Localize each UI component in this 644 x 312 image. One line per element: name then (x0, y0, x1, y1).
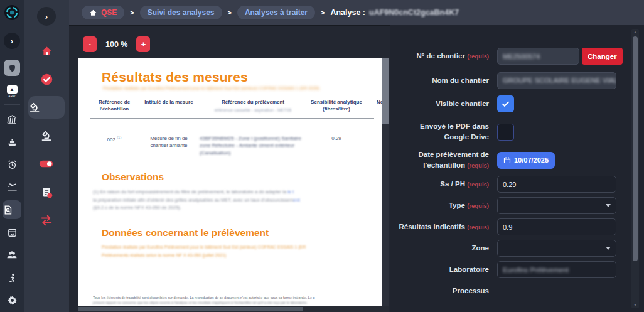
sidebar-item-shipments[interactable] (3, 132, 21, 151)
table-divider (90, 118, 374, 119)
scroll-up-icon[interactable]: ▲ (633, 29, 637, 35)
scroll-down-icon[interactable]: ▼ (633, 302, 637, 308)
breadcrumb-label: Analyses à traiter (245, 8, 308, 17)
doc-table-header: Référence de l'échantillon Intitulé de l… (90, 99, 382, 113)
app-label: APP (8, 94, 16, 98)
cell-intitule: Mesure de fin de chantier amiante (142, 135, 196, 156)
field-label: Nom du chantier (395, 75, 489, 86)
pdf-page: Résultats des mesures Prestation réalisé… (78, 58, 382, 306)
breadcrumb-item-qse[interactable]: QSE (82, 6, 124, 19)
laboratoire-input[interactable]: Eurofins Prélèvement (497, 261, 616, 278)
check-circle-icon (40, 73, 53, 86)
visible-chantier-checkbox[interactable] (497, 95, 514, 112)
cell-sensibilite: 0.29 (310, 135, 363, 156)
collapse-sidebar-button[interactable]: › (4, 33, 20, 49)
type-select[interactable] (497, 197, 616, 214)
module-item-analyses-archive[interactable] (30, 124, 63, 147)
donnees-body: Prestation réalisée par Eurofins Prélève… (102, 244, 382, 259)
breadcrumb-item-suivi[interactable]: Suivi des analyses (140, 6, 222, 19)
calendar-icon (503, 156, 511, 164)
security-module-button[interactable] (4, 60, 20, 76)
field-label: Laboratoire (395, 264, 489, 275)
pdf-vertical-scrollbar[interactable] (382, 58, 389, 306)
field-label: Processus (395, 286, 489, 296)
pdf-horizontal-scrollbar[interactable] (78, 306, 389, 312)
pdf-drive-checkbox[interactable] (497, 124, 514, 141)
pdf-viewer-pane: - 100 % + Résultats des mesures Prestati… (69, 25, 390, 312)
transfer-arrows-icon (40, 215, 53, 226)
form-row-resultats: Résultats indicatifs (requis) 0.9 (395, 218, 616, 235)
date-picker-button[interactable]: 10/07/2025 (497, 152, 555, 169)
form-row-saph: Sa / PH (requis) 0.29 (395, 176, 616, 193)
clipboard-alert-icon (40, 186, 53, 199)
chantier-name-input[interactable]: GROUPE SCOLAIRE EUGENE VIAL ⊗ (497, 72, 616, 89)
required-tag: (requis) (467, 223, 489, 230)
module-item-toggle[interactable] (30, 153, 63, 175)
zoom-out-button[interactable]: - (83, 36, 97, 52)
observations-link: le t (286, 189, 294, 195)
home-icon (89, 9, 97, 17)
changer-button[interactable]: Changer (582, 48, 623, 65)
doc-subtitle: Prestation réalisée par Eurofins Prélève… (103, 86, 382, 90)
cell-fibres: 0 (367, 135, 382, 156)
table-header-subtext: référence cassette - aspiration - MET05 (200, 107, 306, 113)
sync-logo-icon (6, 6, 18, 19)
person-activity-icon (7, 272, 18, 283)
module-item-validations[interactable] (30, 68, 63, 90)
breadcrumb-label: QSE (101, 8, 117, 17)
sidebar-item-settings[interactable] (3, 291, 21, 309)
form-row-visible: Visible chantier (395, 94, 616, 113)
form-row-laboratoire: Laboratoire Eurofins Prélèvement (395, 261, 616, 278)
zoom-in-button[interactable]: + (136, 36, 150, 52)
scrollbar-thumb[interactable] (78, 307, 303, 311)
sidebar-item-travel[interactable] (3, 178, 21, 196)
app-launcher-button[interactable]: ▲ APP (7, 85, 18, 98)
form-vertical-scrollbar[interactable]: ▲ ▼ (631, 29, 639, 308)
form-row-pdf-drive: Envoyé le PDF dans Google Drive (395, 121, 616, 143)
zoom-level: 100 % (105, 40, 127, 49)
module-item-reports[interactable] (30, 181, 63, 203)
breadcrumb-item-traiter[interactable]: Analyses à traiter (237, 6, 315, 19)
sidebar-item-activity[interactable] (3, 268, 21, 287)
toggle-on-icon (39, 159, 54, 169)
breadcrumb-separator: > (228, 9, 232, 16)
resultats-indicatifs-input[interactable]: 0.9 (497, 218, 616, 235)
app-logo-icon[interactable] (4, 5, 19, 20)
doc-footer: Tous les éléments de traçabilité sont di… (93, 295, 382, 306)
table-header-cell: Référence de l'échantillon (90, 99, 138, 113)
zone-select[interactable] (497, 240, 616, 257)
sa-ph-input[interactable]: 0.29 (497, 176, 616, 193)
library-icon (7, 114, 18, 125)
analyse-label: Analyse : (330, 8, 365, 17)
chevron-down-icon (606, 247, 611, 250)
sidebar-item-analyses[interactable] (3, 200, 21, 219)
alarm-clock-icon (7, 159, 18, 170)
doc-table-row: 002 (1) Mesure de fin de chantier amiant… (90, 127, 382, 156)
collapse-module-sidebar-button[interactable]: › (37, 7, 56, 26)
sidebar-divider (4, 104, 20, 105)
table-header-cell: Nombre fibres(s) d'amiante (367, 99, 382, 113)
sidebar-item-planning[interactable] (3, 223, 21, 242)
donnees-title: Données concernant le prélèvement (102, 227, 382, 239)
observations-body: (1) En raison du fort empoussièrement du… (93, 188, 382, 212)
sidebar-item-teams[interactable] (3, 245, 21, 264)
module-item-home[interactable] (30, 40, 63, 62)
chevron-down-icon (606, 204, 611, 207)
breadcrumb-item-analyse: Analyse : uAF9N0cnCt2gcaBn4K7 (330, 8, 459, 17)
sidebar-item-alarms[interactable] (3, 155, 21, 174)
sidebar-item-library[interactable] (3, 110, 21, 129)
scrollbar-thumb[interactable] (382, 58, 389, 124)
scrollbar-thumb[interactable] (633, 36, 638, 261)
app-arrow-icon: ▲ (7, 85, 18, 94)
form-row-type: Type (requis) (395, 197, 616, 214)
field-label: Visible chantier (395, 99, 489, 109)
table-header-cell: Intitulé de la mesure (142, 99, 196, 113)
module-item-transfers[interactable] (30, 209, 63, 232)
chantier-num-input[interactable]: ME2500574 (497, 48, 579, 65)
analysis-form-panel: N° de chantier (requis) ME2500574 Change… (390, 25, 644, 312)
pdf-document-container: Résultats des mesures Prestation réalisé… (78, 58, 390, 306)
module-item-analyses[interactable] (28, 96, 65, 119)
users-group-icon (6, 249, 18, 261)
table-header-cell: Référence du prélèvement référence casse… (200, 99, 306, 113)
form-row-zone: Zone (395, 240, 616, 257)
